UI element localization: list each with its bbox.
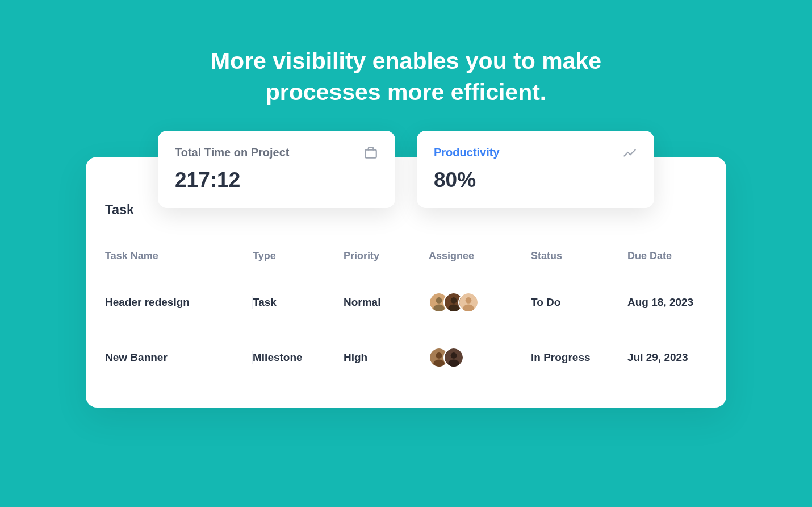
stat-value-productivity: 80%: [434, 168, 637, 192]
stat-label-productivity: Productivity: [434, 146, 500, 159]
svg-point-8: [466, 297, 472, 304]
cell-due-date: Jul 29, 2023: [627, 351, 707, 364]
avatar: [443, 347, 464, 368]
stat-cards: Total Time on Project 217:12 Productivit…: [86, 131, 726, 208]
table-row[interactable]: Header redesign Task Normal: [105, 275, 707, 330]
avatar-group: [429, 347, 531, 368]
avatar: [458, 292, 479, 313]
cell-due-date: Aug 18, 2023: [627, 296, 707, 309]
svg-rect-0: [365, 149, 376, 157]
stat-card-productivity: Productivity 80%: [417, 131, 654, 208]
cell-priority: Normal: [344, 296, 429, 309]
cell-type: Milestone: [253, 351, 344, 364]
cell-task-name: New Banner: [105, 351, 253, 364]
col-header-type[interactable]: Type: [253, 250, 344, 262]
svg-point-5: [451, 297, 457, 304]
dashboard-container: Total Time on Project 217:12 Productivit…: [86, 157, 726, 408]
col-header-due-date[interactable]: Due Date: [627, 250, 707, 262]
col-header-status[interactable]: Status: [531, 250, 627, 262]
stat-value-time: 217:12: [175, 168, 378, 192]
svg-point-2: [436, 297, 442, 304]
table-row[interactable]: New Banner Milestone High In Progress Ju…: [105, 330, 707, 385]
task-table: Task Name Type Priority Assignee Status …: [86, 234, 726, 408]
col-header-assignee[interactable]: Assignee: [429, 250, 531, 262]
cell-task-name: Header redesign: [105, 296, 253, 309]
stat-card-total-time: Total Time on Project 217:12: [158, 131, 395, 208]
col-header-name[interactable]: Task Name: [105, 250, 253, 262]
cell-priority: High: [344, 351, 429, 364]
cell-assignee: [429, 292, 531, 313]
table-header: Task Name Type Priority Assignee Status …: [105, 234, 707, 275]
avatar-group: [429, 292, 531, 313]
stat-label-time: Total Time on Project: [175, 146, 290, 159]
cell-status: To Do: [531, 296, 627, 309]
col-header-priority[interactable]: Priority: [344, 250, 429, 262]
svg-point-14: [451, 352, 457, 359]
cell-assignee: [429, 347, 531, 368]
trend-icon: [622, 146, 637, 160]
briefcase-icon: [363, 146, 378, 160]
headline: More visibility enables you to make proc…: [150, 45, 662, 109]
cell-type: Task: [253, 296, 344, 309]
svg-point-11: [436, 352, 442, 359]
cell-status: In Progress: [531, 351, 627, 364]
